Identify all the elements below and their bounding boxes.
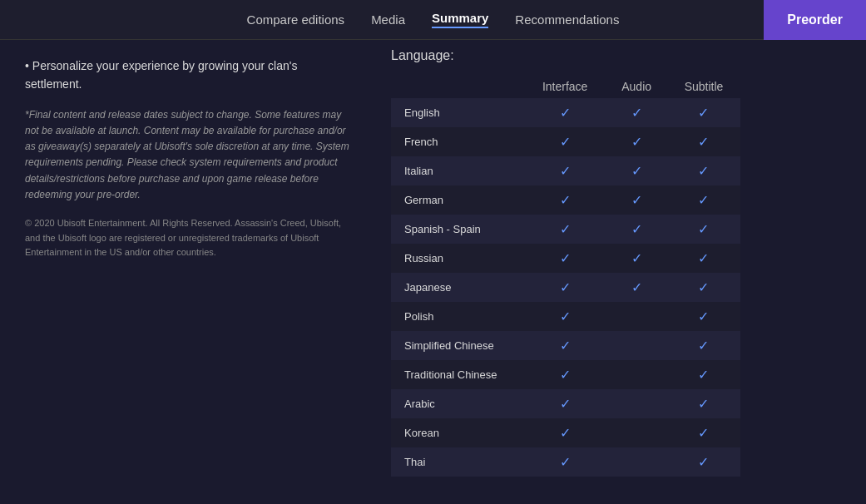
check-icon: ✓ [698,251,709,265]
lang-subtitle-cell: ✓ [667,302,740,331]
table-row: Polish✓ ✓ [391,302,740,331]
preorder-button[interactable]: Preorder [764,0,866,40]
table-row: Traditional Chinese✓ ✓ [391,360,740,389]
col-interface: Interface [524,75,606,98]
check-icon: ✓ [631,135,642,149]
check-icon: ✓ [698,455,709,469]
highlight-text: • Personalize your experience by growing… [25,57,349,94]
main-content: • Personalize your experience by growing… [0,40,866,504]
lang-name: Italian [391,156,524,185]
lang-subtitle-cell: ✓ [667,215,740,244]
lang-interface-cell: ✓ [524,302,606,331]
lang-audio-cell [606,331,667,360]
lang-interface-cell: ✓ [524,98,606,127]
nav-recommendations[interactable]: Recommendations [515,12,619,27]
check-icon: ✓ [631,251,642,265]
lang-audio-cell: ✓ [606,127,667,156]
lang-name: Spanish - Spain [391,215,524,244]
lang-interface-cell: ✓ [524,447,606,477]
lang-audio-cell [606,302,667,331]
check-icon: ✓ [560,251,571,265]
language-table: Interface Audio Subtitle English✓✓✓Frenc… [391,75,740,477]
check-icon: ✓ [631,164,642,178]
lang-audio-cell [606,389,667,418]
lang-subtitle-cell: ✓ [667,127,740,156]
nav-summary[interactable]: Summary [432,11,488,28]
check-icon: ✓ [631,280,642,294]
lang-name: Russian [391,244,524,273]
table-row: English✓✓✓ [391,98,740,127]
lang-name: Traditional Chinese [391,360,524,389]
check-icon: ✓ [698,397,709,411]
lang-audio-cell [606,447,667,477]
lang-name: Thai [391,447,524,477]
lang-audio-cell: ✓ [606,273,667,302]
table-row: Thai✓ ✓ [391,447,740,477]
check-icon: ✓ [631,222,642,236]
lang-name: Korean [391,418,524,447]
lang-interface-cell: ✓ [524,156,606,185]
check-icon: ✓ [698,280,709,294]
check-icon: ✓ [698,106,709,120]
check-icon: ✓ [560,164,571,178]
table-row: Italian✓✓✓ [391,156,740,185]
check-icon: ✓ [698,368,709,382]
check-icon: ✓ [560,135,571,149]
table-header-row: Interface Audio Subtitle [391,75,740,98]
check-icon: ✓ [698,338,709,353]
check-icon: ✓ [631,106,642,120]
check-icon: ✓ [560,338,571,353]
lang-subtitle-cell: ✓ [667,185,740,215]
lang-interface-cell: ✓ [524,215,606,244]
check-icon: ✓ [560,193,571,207]
left-column: • Personalize your experience by growing… [0,40,374,504]
lang-audio-cell [606,418,667,447]
lang-subtitle-cell: ✓ [667,331,740,360]
lang-subtitle-cell: ✓ [667,418,740,447]
table-row: Arabic✓ ✓ [391,389,740,418]
lang-interface-cell: ✓ [524,127,606,156]
table-row: Korean✓ ✓ [391,418,740,447]
lang-audio-cell [606,360,667,389]
col-language [391,75,524,98]
lang-name: English [391,98,524,127]
check-icon: ✓ [560,309,571,324]
lang-audio-cell: ✓ [606,156,667,185]
lang-name: Arabic [391,389,524,418]
lang-interface-cell: ✓ [524,418,606,447]
check-icon: ✓ [560,106,571,120]
check-icon: ✓ [560,222,571,236]
lang-name: Japanese [391,273,524,302]
check-icon: ✓ [560,397,571,411]
lang-audio-cell: ✓ [606,244,667,273]
nav-compare[interactable]: Compare editions [247,12,345,27]
lang-subtitle-cell: ✓ [667,156,740,185]
language-rows: English✓✓✓French✓✓✓Italian✓✓✓German✓✓✓Sp… [391,98,740,477]
lang-interface-cell: ✓ [524,360,606,389]
right-column: Language: Interface Audio Subtitle Engli… [374,40,866,504]
lang-subtitle-cell: ✓ [667,244,740,273]
lang-subtitle-cell: ✓ [667,447,740,477]
lang-interface-cell: ✓ [524,244,606,273]
notice-text: *Final content and release dates subject… [25,107,349,203]
lang-audio-cell: ✓ [606,98,667,127]
col-audio: Audio [606,75,667,98]
top-navigation: Compare editions Media Summary Recommend… [0,0,866,40]
check-icon: ✓ [560,368,571,382]
table-row: German✓✓✓ [391,185,740,215]
lang-interface-cell: ✓ [524,389,606,418]
table-row: Spanish - Spain✓✓✓ [391,215,740,244]
lang-audio-cell: ✓ [606,185,667,215]
lang-interface-cell: ✓ [524,273,606,302]
lang-audio-cell: ✓ [606,215,667,244]
table-row: Russian✓✓✓ [391,244,740,273]
nav-media[interactable]: Media [371,12,405,27]
check-icon: ✓ [631,193,642,207]
lang-interface-cell: ✓ [524,185,606,215]
lang-subtitle-cell: ✓ [667,389,740,418]
language-label: Language: [391,48,849,63]
lang-name: French [391,127,524,156]
lang-subtitle-cell: ✓ [667,360,740,389]
check-icon: ✓ [698,193,709,207]
table-row: Japanese✓✓✓ [391,273,740,302]
